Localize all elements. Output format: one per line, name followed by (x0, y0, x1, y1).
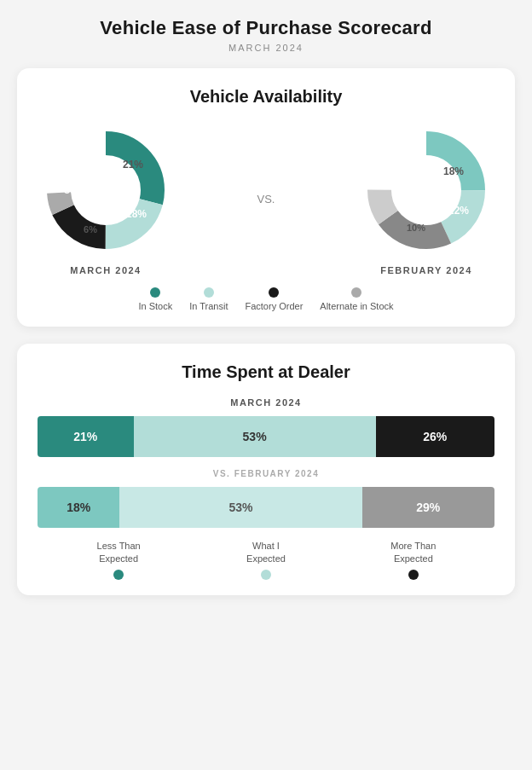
legend-alternate: Alternate in Stock (320, 287, 393, 311)
alternate-dot (351, 287, 361, 298)
page-subtitle: MARCH 2024 (17, 43, 515, 53)
factory-order-label: Factory Order (245, 301, 303, 311)
feb-donut: 50% 18% 22% 10% (358, 122, 494, 258)
bar-legend-what: What IExpected (194, 540, 338, 580)
march-seg-1-label: 21% (73, 430, 97, 443)
in-transit-dot (204, 287, 214, 298)
legend-in-transit: In Transit (189, 287, 228, 311)
svg-text:21%: 21% (123, 159, 143, 171)
svg-text:22%: 22% (448, 205, 469, 217)
march-seg-2: 53% (134, 416, 376, 457)
feb-seg-1-label: 18% (66, 501, 90, 514)
bar-legend-more-dot (408, 570, 419, 580)
availability-legend: In Stock In Transit Factory Order Altern… (38, 287, 494, 311)
alternate-label: Alternate in Stock (320, 301, 393, 311)
bar-legend-less-dot (113, 570, 124, 580)
bar-legend-more: More ThanExpected (341, 540, 486, 580)
march-seg-1: 21% (38, 416, 134, 457)
availability-card: Vehicle Availability (17, 68, 515, 327)
feb-label: FEBRUARY 2024 (380, 265, 472, 275)
in-stock-dot (150, 287, 160, 298)
march-seg-3: 26% (376, 416, 494, 457)
feb-seg-3-label: 29% (416, 501, 440, 514)
feb-seg-2-label: 53% (228, 501, 252, 514)
charts-row: 54% 21% 18% 6% MARCH 2024 VS. (38, 122, 494, 275)
svg-text:10%: 10% (407, 223, 425, 233)
svg-text:18%: 18% (126, 208, 147, 220)
feb-bar-row: 18% 53% 29% (38, 487, 494, 528)
march-chart-container: 54% 21% 18% 6% MARCH 2024 (38, 122, 174, 275)
bar-legend-more-text: More ThanExpected (390, 540, 436, 566)
feb-chart-container: 50% 18% 22% 10% FEBRUARY 2024 (358, 122, 494, 275)
dealer-title: Time Spent at Dealer (38, 362, 494, 382)
availability-title: Vehicle Availability (38, 87, 494, 107)
vs-bar-label: VS. FEBRUARY 2024 (38, 469, 494, 478)
bar-legend-what-dot (261, 570, 271, 580)
page-title: Vehicle Ease of Purchase Scorecard (17, 17, 515, 39)
svg-text:50%: 50% (385, 171, 407, 184)
feb-seg-3: 29% (362, 487, 494, 528)
bar-legend-less: Less ThanExpected (46, 540, 191, 580)
in-transit-label: In Transit (189, 301, 228, 311)
bar-legend: Less ThanExpected What IExpected More Th… (38, 540, 494, 580)
bar-legend-less-text: Less ThanExpected (97, 540, 141, 566)
svg-text:54%: 54% (64, 183, 86, 196)
legend-factory-order: Factory Order (245, 287, 303, 311)
march-bar-label: MARCH 2024 (38, 397, 494, 408)
dealer-card: Time Spent at Dealer MARCH 2024 21% 53% … (17, 344, 515, 595)
march-seg-3-label: 26% (423, 430, 447, 443)
march-bar-row: 21% 53% 26% (38, 416, 494, 457)
factory-order-dot (269, 287, 279, 298)
legend-in-stock: In Stock (138, 287, 172, 311)
march-seg-2-label: 53% (243, 430, 267, 443)
svg-text:18%: 18% (443, 165, 464, 177)
in-stock-label: In Stock (138, 301, 172, 311)
march-label: MARCH 2024 (70, 265, 141, 275)
bar-legend-what-text: What IExpected (246, 540, 286, 566)
feb-seg-1: 18% (38, 487, 119, 528)
vs-label: VS. (257, 193, 275, 206)
feb-seg-2: 53% (119, 487, 361, 528)
march-donut: 54% 21% 18% 6% (38, 122, 174, 258)
svg-text:6%: 6% (84, 224, 97, 234)
